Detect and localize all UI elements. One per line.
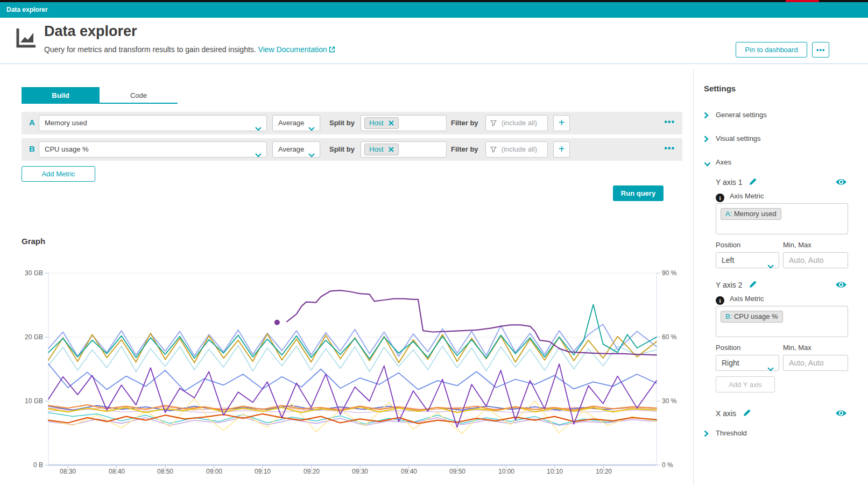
visibility-eye-icon[interactable] <box>835 178 847 188</box>
y-axis-1-minmax-input[interactable] <box>783 252 848 268</box>
info-icon[interactable]: i <box>716 296 724 305</box>
section-axes[interactable]: Axes <box>704 158 856 168</box>
split-chip-host[interactable]: Host <box>364 117 399 129</box>
metric-letter: A <box>29 118 35 127</box>
series-host-periwinkle <box>48 324 657 356</box>
y-axis-1-header: Y axis 1 <box>716 177 757 187</box>
chevron-right-icon <box>704 135 709 144</box>
y-axis-2-metric-box[interactable]: B: CPU usage % <box>716 306 848 337</box>
position-label: Position <box>716 344 740 352</box>
metric-select[interactable]: CPU usage % <box>39 141 267 158</box>
y-axis-left-tick: 30 GB <box>0 269 43 277</box>
tab-code[interactable]: Code <box>100 87 178 104</box>
series-point-dot <box>274 320 280 325</box>
y-axis-2-header: Y axis 2 <box>716 280 757 289</box>
split-by-input[interactable]: Host <box>361 115 447 131</box>
chevron-down-icon <box>704 160 711 168</box>
axis-metric-row: i Axis Metric <box>716 295 764 305</box>
info-icon[interactable]: i <box>716 194 724 202</box>
aggregation-select[interactable]: Average <box>272 115 320 131</box>
series-host-cornflower <box>48 364 657 391</box>
y-axis-right-tick: 60 % <box>662 333 705 341</box>
close-icon[interactable] <box>389 147 394 152</box>
position-label: Position <box>716 241 740 249</box>
edit-pencil-icon[interactable] <box>749 177 757 186</box>
filter-by-label: Filter by <box>451 145 478 153</box>
split-by-label: Split by <box>329 145 355 153</box>
y-axis-right-tick: 90 % <box>662 269 705 277</box>
visibility-eye-icon[interactable] <box>835 409 847 419</box>
minmax-label: Min, Max <box>783 241 811 249</box>
chevron-down-icon <box>308 148 315 163</box>
metric-row-b: B CPU usage % Average Split by Host Filt… <box>22 138 682 161</box>
chevron-down-icon <box>767 259 774 274</box>
x-axis-tick: 10:10 <box>538 468 571 475</box>
split-by-input[interactable]: Host <box>361 141 447 158</box>
y-axis-2-minmax-input[interactable] <box>783 355 848 371</box>
axis-metric-row: i Axis Metric <box>716 192 764 202</box>
y-axis-1-metric-box[interactable]: A: Memory used <box>716 203 848 234</box>
add-metric-button[interactable]: Add Metric <box>22 166 95 182</box>
y-axis-2-position-select[interactable]: Right <box>716 355 779 371</box>
chevron-right-icon <box>704 430 709 439</box>
section-general-settings[interactable]: General settings <box>704 110 856 121</box>
section-threshold[interactable]: Threshold <box>704 428 856 439</box>
metric-row-a: A Memory used Average Split by Host Filt… <box>22 112 682 134</box>
metric-row-more-button[interactable]: ••• <box>664 117 675 127</box>
x-axis-tick: 10:20 <box>587 468 620 475</box>
app-tab-bar[interactable]: Data explorer <box>0 2 868 18</box>
series-host-purple-plateau <box>287 290 657 355</box>
chevron-right-icon <box>704 112 709 120</box>
metric-select[interactable]: Memory used <box>39 115 267 131</box>
x-axis-header: X axis <box>716 409 751 418</box>
visibility-eye-icon[interactable] <box>835 281 847 291</box>
tab-build[interactable]: Build <box>22 87 100 104</box>
header-more-button[interactable]: ••• <box>812 42 829 58</box>
external-link-icon <box>329 46 335 54</box>
chevron-down-icon <box>308 122 315 137</box>
app-tab-title: Data explorer <box>6 6 48 13</box>
section-visual-settings[interactable]: Visual settings <box>704 134 856 145</box>
minmax-label: Min, Max <box>783 344 811 352</box>
y-axis-left-tick: 10 GB <box>0 397 43 405</box>
chevron-down-icon <box>255 148 262 163</box>
split-chip-host[interactable]: Host <box>364 144 399 155</box>
x-axis-tick: 08:30 <box>51 468 84 475</box>
pin-to-dashboard-button[interactable]: Pin to dashboard <box>736 42 807 58</box>
edit-pencil-icon[interactable] <box>749 280 757 289</box>
y-axis-1-position-select[interactable]: Left <box>716 252 779 268</box>
filter-by-label: Filter by <box>451 119 478 127</box>
chevron-down-icon <box>255 122 262 137</box>
y-axis-right-tick: 0 % <box>662 461 705 469</box>
aggregation-select[interactable]: Average <box>272 141 320 158</box>
x-axis-tick: 08:40 <box>100 468 133 475</box>
axis-metric-chip[interactable]: B: CPU usage % <box>721 311 783 323</box>
x-axis-tick: 09:20 <box>295 468 328 475</box>
y-axis-right-tick: 30 % <box>662 397 705 405</box>
filter-input[interactable]: (include all) <box>485 115 548 131</box>
chart-series-layer <box>48 290 657 434</box>
funnel-icon <box>490 120 497 126</box>
x-axis-tick: 09:50 <box>441 468 474 475</box>
edit-pencil-icon[interactable] <box>743 409 751 417</box>
data-explorer-icon <box>14 25 39 52</box>
add-transformation-button[interactable]: + <box>553 115 570 131</box>
series-host-gold <box>48 333 657 363</box>
x-axis-tick: 09:00 <box>197 468 231 475</box>
y-axis-left-tick: 20 GB <box>0 333 43 341</box>
graph-panel[interactable]: 30 GB 20 GB 10 GB 0 B 90 % 60 % 30 % 0 %… <box>0 231 693 486</box>
funnel-icon <box>490 146 497 153</box>
close-icon[interactable] <box>389 120 394 126</box>
y-axis-left-tick: 0 B <box>0 461 43 469</box>
view-documentation-link[interactable]: View Documentation <box>258 45 335 54</box>
axis-metric-chip[interactable]: A: Memory used <box>721 208 781 220</box>
line-chart <box>0 231 693 486</box>
add-transformation-button[interactable]: + <box>553 141 570 158</box>
chevron-down-icon <box>767 361 774 376</box>
metric-row-more-button[interactable]: ••• <box>664 144 675 153</box>
x-axis-tick: 08:50 <box>149 468 182 475</box>
run-query-button[interactable]: Run query <box>613 185 664 201</box>
filter-input[interactable]: (include all) <box>485 141 548 158</box>
x-axis-tick: 09:40 <box>392 468 426 475</box>
add-y-axis-button[interactable]: Add Y axis <box>716 376 775 392</box>
